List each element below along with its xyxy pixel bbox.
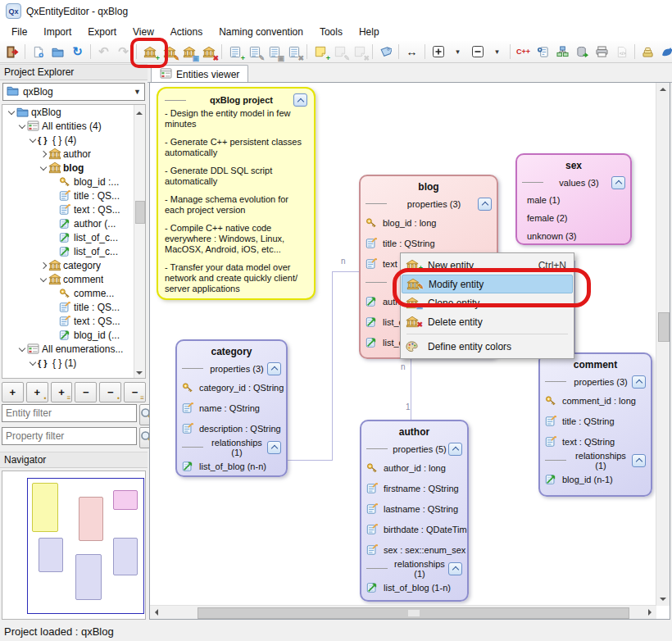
tree-item-category[interactable]: category — [2, 258, 145, 272]
toolbar-export-mysql[interactable] — [658, 43, 672, 61]
note-qxblog-project[interactable]: qxBlog project- Design the entity model … — [157, 87, 316, 300]
collapse-entities-button[interactable]: −▪ — [99, 382, 121, 402]
menu-help[interactable]: Help — [351, 24, 388, 40]
toolbar-modify-property[interactable]: ✎ — [245, 43, 264, 61]
collapse-properties-button[interactable]: −≡ — [124, 382, 146, 402]
tree-item-all-entities-4-[interactable]: All entities (4) — [2, 119, 145, 133]
collapse-all-button[interactable]: − — [75, 382, 97, 402]
menu-item-new-entity[interactable]: +New entityCtrl+N — [402, 256, 573, 275]
entity-filter-input[interactable] — [2, 404, 137, 422]
toolbar-clone-entity[interactable]: ▣ — [179, 43, 198, 61]
menu-file[interactable]: File — [3, 24, 35, 40]
toolbar-export-network[interactable] — [553, 43, 572, 61]
toolbar-modify-entity[interactable]: ✎ — [160, 43, 179, 61]
toolbar-delete-property[interactable]: ✖ — [284, 43, 303, 61]
collapse-arrow-icon[interactable] — [16, 125, 27, 128]
collapse-button[interactable] — [448, 443, 462, 456]
entity-comment[interactable]: commentproperties (3)comment_id : longti… — [538, 352, 652, 497]
toolbar-print[interactable] — [593, 43, 611, 61]
tree-item-author-[interactable]: author (... — [2, 216, 145, 230]
collapse-button[interactable] — [611, 176, 625, 189]
entity-category[interactable]: categoryproperties (3)category_id : QStr… — [175, 339, 288, 477]
toolbar-redo[interactable]: ↷ — [114, 43, 133, 61]
tree-item-text-qs-[interactable]: text : QS... — [2, 202, 145, 216]
tree-item-blog[interactable]: blog — [2, 161, 145, 175]
expand-properties-button[interactable]: +≡ — [51, 382, 73, 402]
toolbar-zoom-out-options[interactable]: ▾ — [488, 43, 506, 61]
collapse-arrow-icon[interactable] — [38, 166, 48, 170]
collapse-button[interactable] — [448, 562, 462, 575]
menu-export[interactable]: Export — [79, 24, 125, 40]
navigator-viewport[interactable] — [27, 478, 144, 614]
toolbar-add-note[interactable]: + — [311, 43, 329, 61]
navigator-panel[interactable] — [2, 471, 146, 620]
toolbar-modify-note[interactable]: ✎ — [330, 43, 349, 61]
collapse-button[interactable] — [478, 198, 492, 211]
toolbar-export-settings[interactable] — [534, 43, 552, 61]
collapse-button[interactable] — [632, 375, 646, 389]
tree-scrollbar[interactable] — [134, 105, 145, 378]
toolbar-export-database[interactable] — [573, 43, 592, 61]
menu-item-modify-entity[interactable]: ✎Modify entity — [402, 275, 573, 293]
toolbar-add-property[interactable]: + — [225, 43, 244, 61]
expand-arrow-icon[interactable] — [38, 263, 48, 268]
menu-view[interactable]: View — [125, 24, 162, 40]
collapse-button[interactable] — [293, 93, 307, 107]
toolbar-zoom-out[interactable] — [468, 43, 487, 61]
tree-item-text-qs-[interactable]: text : QS... — [2, 314, 145, 328]
property-filter-input[interactable] — [2, 427, 137, 445]
collapse-button[interactable] — [632, 454, 646, 467]
toolbar-export-cpp[interactable]: C++ — [514, 43, 533, 61]
entity-author[interactable]: authorproperties (5)author_id : longfirs… — [360, 420, 469, 602]
tree-item-title-qs-[interactable]: title : QS... — [2, 300, 145, 314]
toolbar-export-code[interactable]: </> — [612, 43, 631, 61]
toolbar-exit[interactable] — [2, 43, 21, 61]
toolbar-show-labels[interactable] — [376, 43, 395, 61]
tab-entities-viewer[interactable]: Entities viewer — [151, 65, 248, 83]
menu-item-delete-entity[interactable]: ✖Delete entity — [402, 312, 573, 331]
expand-all-button[interactable]: + — [2, 382, 24, 402]
horizontal-scrollbar[interactable] — [150, 605, 656, 619]
tree-item-author[interactable]: author — [2, 147, 145, 161]
diagram-canvas[interactable]: nn1n qxBlog project- Design the entity m… — [149, 82, 670, 620]
toolbar-new-entity[interactable]: + — [140, 43, 159, 61]
tree-item-all-enumerations-[interactable]: All enumerations... — [2, 342, 145, 356]
collapse-button[interactable] — [267, 441, 281, 454]
collapse-arrow-icon[interactable] — [38, 278, 48, 281]
toolbar-export-cubrid[interactable] — [638, 43, 657, 61]
menu-import[interactable]: Import — [35, 24, 79, 40]
tree-item--4-[interactable]: { }{ } (4) — [2, 133, 145, 147]
menu-actions[interactable]: Actions — [162, 24, 211, 40]
collapse-arrow-icon[interactable] — [16, 348, 27, 351]
tree-item-title-qs-[interactable]: title : QS... — [2, 189, 145, 202]
toolbar-delete-entity[interactable]: ✖ — [199, 43, 218, 61]
menu-item-clone-entity[interactable]: ▣Clone entity — [402, 293, 573, 312]
toolbar-undo[interactable]: ↶ — [94, 43, 113, 61]
menu-tools[interactable]: Tools — [311, 24, 351, 40]
toolbar-fit-to-view[interactable]: ↔ — [402, 43, 421, 61]
tree-item-qxblog[interactable]: qxBlog — [2, 105, 145, 119]
tree-item-comment[interactable]: comment — [2, 272, 145, 286]
toolbar-open-project[interactable] — [48, 43, 67, 61]
tree-item--1-[interactable]: { }{ } (1) — [2, 356, 145, 370]
toolbar-delete-note[interactable]: ✖ — [350, 43, 369, 61]
menu-item-define-entity-colors[interactable]: Define entity colors — [402, 337, 573, 356]
tree-item-blog-id-[interactable]: blog_id (... — [2, 328, 145, 342]
expand-entities-button[interactable]: +▪ — [26, 382, 48, 402]
project-select[interactable]: qxBlog ▼ — [2, 83, 145, 101]
vertical-scrollbar[interactable] — [656, 83, 670, 606]
menu-naming-convention[interactable]: Naming convention — [211, 24, 311, 40]
expand-arrow-icon[interactable] — [38, 152, 48, 157]
tree-item-blog-id-[interactable]: blog_id :... — [2, 175, 145, 189]
toolbar-zoom-in-options[interactable]: ▾ — [448, 43, 467, 61]
toolbar-refresh-project[interactable]: ↻ — [68, 43, 87, 61]
tree-item-comme-[interactable]: comme... — [2, 286, 145, 300]
entity-sex[interactable]: sexvalues (3)male (1)female (2)unknown (… — [515, 153, 632, 245]
toolbar-new-project[interactable] — [29, 43, 48, 61]
collapse-arrow-icon[interactable] — [27, 361, 38, 365]
collapse-arrow-icon[interactable] — [6, 111, 16, 114]
toolbar-clone-property[interactable]: ▣ — [265, 43, 284, 61]
toolbar-zoom-in[interactable] — [429, 43, 447, 61]
collapse-button[interactable] — [267, 362, 281, 375]
tree-item-list-of-c-[interactable]: list_of_c... — [2, 230, 145, 244]
